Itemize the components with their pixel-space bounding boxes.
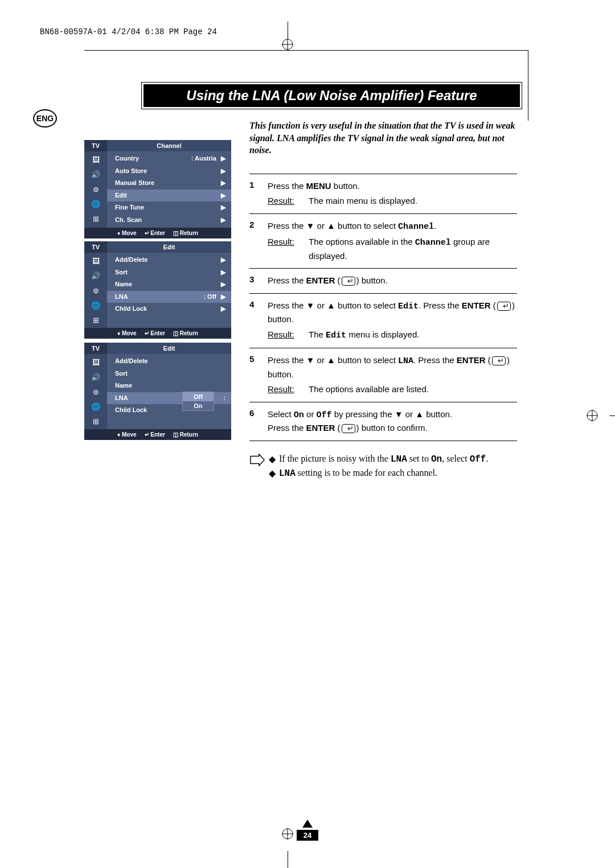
osd-row-label: Child Lock	[115, 304, 147, 314]
steps-list: 1Press the MENU button.Result:The main m…	[249, 174, 517, 441]
result-text: The Edit menu is displayed.	[309, 328, 517, 343]
notes-section: ◆If the picture is noisy with the LNA se…	[249, 454, 517, 482]
osd-row-value: ▶	[216, 215, 226, 225]
triangle-icon	[302, 820, 313, 828]
doc-header: BN68-00597A-01 4/2/04 6:38 PM Page 24	[40, 27, 217, 36]
osd-row: Country: Austria▶	[107, 153, 231, 165]
osd-row-value: : Off▶	[203, 292, 226, 302]
osd-row-value: ▶	[216, 268, 226, 278]
step-line: Select On or Off by pressing the ▼ or ▲ …	[268, 408, 517, 422]
osd-row: Name▶	[107, 278, 231, 291]
osd-row-label: LNA	[115, 393, 128, 404]
osd-row-label: Child Lock	[115, 405, 147, 416]
step: 6Select On or Off by pressing the ▼ or ▲…	[249, 402, 517, 441]
osd-row-label: Add/Delete	[115, 356, 147, 367]
result-label: Result:	[268, 195, 302, 208]
enter-icon	[342, 424, 355, 433]
page-title: Using the LNA (Low Noise Amplifier) Feat…	[144, 84, 520, 107]
enter-icon	[492, 356, 506, 365]
osd-move-hint: ♦ Move	[117, 431, 136, 438]
step: 2Press the ▼ or ▲ button to select Chann…	[249, 214, 517, 269]
step-body: Press the ▼ or ▲ button to select Channe…	[268, 220, 517, 263]
step-body: Select On or Off by pressing the ▼ or ▲ …	[268, 408, 517, 435]
osd-row-value: ▶	[216, 191, 226, 201]
osd-row-label: Name	[115, 381, 132, 391]
channel-icon: ⊚	[89, 183, 102, 195]
osd-row-label: LNA	[115, 292, 128, 302]
osd-tab-edit: Edit	[107, 343, 231, 354]
osd-row: Sort	[107, 368, 231, 380]
note-text: LNA setting is to be made for each chann…	[279, 468, 437, 479]
step-line: Press the ENTER () button to confirm.	[268, 422, 517, 435]
enter-icon	[497, 302, 511, 311]
intro-text: This function is very useful in the situ…	[249, 120, 517, 157]
osd-footer: ♦ Move ↵ Enter ◫ Return	[84, 429, 231, 440]
step: 3Press the ENTER () button.	[249, 269, 517, 294]
osd-row-label: Manual Store	[115, 178, 154, 188]
note-text: If the picture is noisy with the LNA set…	[279, 454, 488, 464]
osd-sidebar-icons: 🖼 🔊 ⊚ 🌐 ⊞	[84, 253, 107, 328]
step-line: Press the ▼ or ▲ button to select Edit. …	[268, 299, 517, 326]
osd-lna-options-popup: Off On	[182, 392, 214, 411]
osd-row-label: Fine Tune	[115, 203, 144, 213]
channel-icon: ⊚	[89, 285, 102, 296]
osd-row-value: ▶	[216, 203, 226, 213]
step: 1Press the MENU button.Result:The main m…	[249, 174, 517, 214]
osd-tab-channel: Channel	[107, 140, 231, 151]
osd-row-value: :	[223, 393, 226, 404]
step-line: Press the ▼ or ▲ button to select LNA. P…	[268, 354, 517, 381]
step-number: 3	[249, 274, 268, 287]
title-bar: Using the LNA (Low Noise Amplifier) Feat…	[141, 82, 522, 109]
pip-icon: ⊞	[89, 314, 102, 326]
step-number: 5	[249, 354, 268, 396]
page-number-value: 24	[297, 830, 318, 841]
content-area: This function is very useful in the situ…	[84, 120, 528, 482]
osd-edit-menu: TV Edit 🖼 🔊 ⊚ 🌐 ⊞ Add/Delete▶Sort▶Name▶L…	[84, 241, 231, 339]
step-body: Press the ▼ or ▲ button to select LNA. P…	[268, 354, 517, 396]
page-frame: Using the LNA (Low Noise Amplifier) Feat…	[84, 50, 528, 121]
note-bullet: ◆If the picture is noisy with the LNA se…	[269, 454, 517, 464]
osd-row: Sort▶	[107, 266, 231, 279]
osd-row-value: ▶	[216, 255, 226, 265]
pointer-icon	[249, 454, 265, 466]
osd-row-label: Add/Delete	[115, 255, 147, 265]
pip-icon: ⊞	[89, 416, 102, 427]
svg-point-0	[282, 39, 293, 50]
osd-row: Auto Store▶	[107, 165, 231, 178]
step-number: 2	[249, 220, 268, 263]
result-label: Result:	[268, 383, 302, 396]
note-bullet: ◆LNA setting is to be made for each chan…	[269, 468, 517, 479]
sound-icon: 🔊	[89, 371, 102, 382]
diamond-icon: ◆	[269, 454, 279, 464]
step-body: Press the ENTER () button.	[268, 274, 517, 287]
osd-row: Ch. Scan▶	[107, 214, 231, 227]
diamond-icon: ◆	[269, 468, 279, 479]
setup-icon: 🌐	[89, 198, 102, 209]
osd-row-value: ▶	[216, 178, 226, 188]
osd-row: Edit▶	[107, 190, 231, 202]
osd-row-value: ▶	[216, 166, 226, 176]
result-label: Result:	[268, 328, 302, 343]
osd-row-label: Ch. Scan	[115, 215, 142, 225]
osd-row: Child Lock▶	[107, 303, 231, 315]
osd-row-label: Edit	[115, 191, 127, 201]
picture-icon: 🖼	[89, 255, 102, 266]
osd-row-label: Sort	[115, 268, 128, 278]
osd-row-value: ▶	[216, 304, 226, 314]
sound-icon: 🔊	[89, 270, 102, 281]
osd-enter-hint: ↵ Enter	[145, 431, 165, 438]
osd-row-value: : Austria▶	[191, 154, 226, 164]
osd-row: Name	[107, 380, 231, 392]
step-number: 6	[249, 408, 268, 435]
osd-row: Manual Store▶	[107, 177, 231, 190]
osd-return-hint: ◫ Return	[173, 330, 198, 336]
result-text: The options available are listed.	[309, 383, 517, 396]
osd-option-off: Off	[183, 392, 214, 401]
pip-icon: ⊞	[89, 213, 102, 224]
page-number: 24	[0, 820, 615, 841]
step-line: Press the ENTER () button.	[268, 274, 517, 287]
osd-row-label: Country	[115, 154, 139, 164]
osd-return-hint: ◫ Return	[173, 230, 198, 236]
osd-move-hint: ♦ Move	[117, 230, 136, 236]
step-line: Press the MENU button.	[268, 180, 517, 193]
